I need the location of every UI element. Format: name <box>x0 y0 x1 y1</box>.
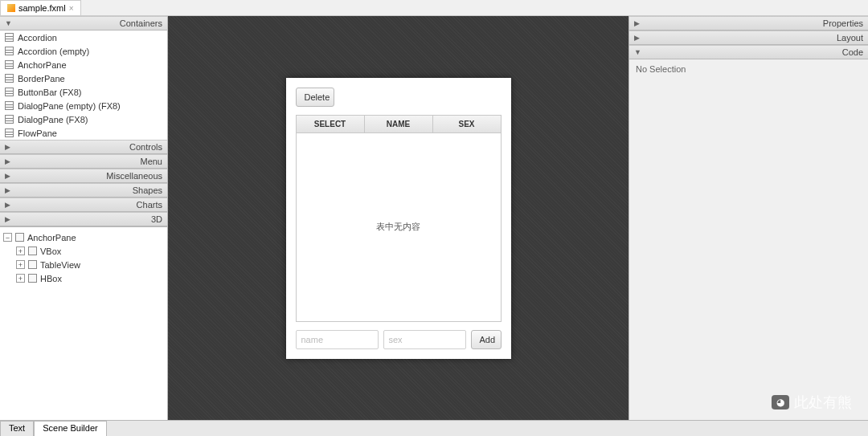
chevron-right-icon: ▶ <box>5 143 10 151</box>
chevron-right-icon: ▶ <box>5 186 10 194</box>
library-list: Accordion Accordion (empty) AnchorPane B… <box>0 31 167 140</box>
library-section-shapes[interactable]: ▶Shapes <box>0 183 167 198</box>
chevron-right-icon: ▶ <box>5 172 10 180</box>
collapse-icon[interactable]: − <box>3 233 12 242</box>
container-icon <box>5 60 14 69</box>
sex-field[interactable] <box>383 330 466 349</box>
inspector-panel: ▶Properties ▶Layout ▼Code No Selection <box>629 16 868 420</box>
expand-icon[interactable]: + <box>16 247 25 255</box>
chevron-right-icon: ▶ <box>5 215 10 223</box>
tree-node-vbox[interactable]: + VBox <box>3 244 164 258</box>
chevron-right-icon: ▶ <box>634 34 640 42</box>
chevron-right-icon: ▶ <box>634 19 640 27</box>
library-section-3d[interactable]: ▶3D <box>0 212 167 226</box>
hierarchy-panel: − AnchorPane + VBox + TableView + HBox <box>0 226 167 420</box>
container-icon <box>5 88 14 96</box>
library-item[interactable]: DialogPane (empty) (FX8) <box>0 99 167 112</box>
container-icon <box>5 101 14 110</box>
anchorpane-icon <box>15 233 24 242</box>
design-canvas-area[interactable]: Delete SELECT NAME SEX 表中无内容 Add <box>168 16 629 420</box>
bottom-tab-scene-builder[interactable]: Scene Builder <box>34 421 107 436</box>
table-header: SELECT NAME SEX <box>297 116 501 133</box>
wechat-icon: ◕ <box>772 395 789 410</box>
library-item[interactable]: Accordion (empty) <box>0 44 167 58</box>
library-item[interactable]: ButtonBar (FX8) <box>0 85 167 99</box>
inspector-properties[interactable]: ▶Properties <box>629 16 868 31</box>
hbox-icon <box>28 274 37 283</box>
table-view[interactable]: SELECT NAME SEX 表中无内容 <box>296 115 502 322</box>
chevron-down-icon: ▼ <box>5 19 12 27</box>
chevron-right-icon: ▶ <box>5 157 10 165</box>
library-item[interactable]: FlowPane <box>0 126 167 140</box>
container-icon <box>5 128 14 137</box>
library-item[interactable]: BorderPane <box>0 71 167 85</box>
library-section-containers[interactable]: ▼ Containers <box>0 16 167 31</box>
column-select[interactable]: SELECT <box>297 116 365 132</box>
expand-icon[interactable]: + <box>16 274 25 283</box>
file-tab[interactable]: sample.fxml × <box>0 0 81 15</box>
file-tab-bar: sample.fxml × <box>0 0 868 16</box>
container-icon <box>5 47 14 55</box>
inspector-layout[interactable]: ▶Layout <box>629 31 868 45</box>
close-icon[interactable]: × <box>69 4 74 13</box>
bottom-tab-text[interactable]: Text <box>0 421 34 436</box>
delete-button[interactable]: Delete <box>296 88 334 107</box>
watermark: ◕ 此处有熊 <box>772 393 852 412</box>
tree-node-tableview[interactable]: + TableView <box>3 258 164 271</box>
expand-icon[interactable]: + <box>16 260 25 269</box>
library-section-misc[interactable]: ▶Miscellaneous <box>0 169 167 183</box>
container-icon <box>5 115 14 124</box>
bottom-tab-bar: Text Scene Builder <box>0 420 868 436</box>
file-tab-label: sample.fxml <box>18 3 66 13</box>
library-section-controls[interactable]: ▶Controls <box>0 140 167 154</box>
vbox-icon <box>28 247 37 255</box>
library-panel: ▼ Containers Accordion Accordion (empty)… <box>0 16 168 420</box>
library-item[interactable]: Accordion <box>0 31 167 44</box>
tree-node-hbox[interactable]: + HBox <box>3 271 164 285</box>
column-sex[interactable]: SEX <box>433 116 501 132</box>
library-section-menu[interactable]: ▶Menu <box>0 154 167 169</box>
inspector-code[interactable]: ▼Code <box>629 45 868 59</box>
input-row: Add <box>296 330 502 349</box>
design-canvas[interactable]: Delete SELECT NAME SEX 表中无内容 Add <box>286 78 511 359</box>
container-icon <box>5 33 14 42</box>
name-field[interactable] <box>296 330 379 349</box>
table-empty-placeholder: 表中无内容 <box>297 133 501 321</box>
column-name[interactable]: NAME <box>365 116 433 132</box>
library-item[interactable]: AnchorPane <box>0 58 167 71</box>
library-section-charts[interactable]: ▶Charts <box>0 198 167 212</box>
library-item[interactable]: DialogPane (FX8) <box>0 112 167 126</box>
tree-node-anchorpane[interactable]: − AnchorPane <box>3 230 164 244</box>
inspector-body: No Selection <box>629 59 868 420</box>
add-button[interactable]: Add <box>471 330 502 349</box>
chevron-right-icon: ▶ <box>5 201 10 209</box>
container-icon <box>5 74 14 83</box>
fxml-file-icon <box>7 4 15 12</box>
chevron-down-icon: ▼ <box>634 48 641 56</box>
tableview-icon <box>28 260 37 269</box>
